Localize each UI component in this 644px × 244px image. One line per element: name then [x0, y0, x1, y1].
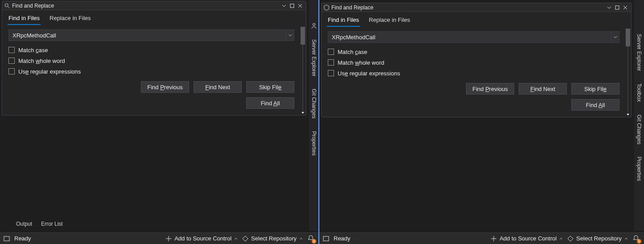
- status-bar: Ready Add to Source Control Select Repos…: [319, 232, 644, 244]
- sidebar-tab-toolbox[interactable]: Toolbox: [635, 81, 643, 104]
- add-to-source-control[interactable]: Add to Source Control: [491, 235, 563, 242]
- svg-rect-3: [4, 236, 9, 241]
- search-icon: [4, 3, 10, 9]
- right-sidebar: Server Explorer Git Changes Properties: [309, 0, 319, 231]
- checkbox[interactable]: [328, 49, 334, 55]
- sidebar-tab-properties[interactable]: Properties: [635, 154, 643, 184]
- svg-rect-5: [323, 236, 329, 241]
- find-next-button[interactable]: Find Next: [194, 81, 242, 93]
- live-share-icon[interactable]: [310, 22, 318, 29]
- panel-title: Find and Replace: [12, 3, 280, 9]
- notifications-icon[interactable]: 1: [307, 235, 315, 243]
- sidebar-tab-git-changes[interactable]: Git Changes: [310, 86, 318, 121]
- close-icon[interactable]: [621, 4, 629, 11]
- dropdown-icon[interactable]: [605, 4, 613, 11]
- whole-word-label: Match whole word: [18, 58, 65, 64]
- svg-point-0: [5, 4, 8, 7]
- panel-title: Find and Replace: [331, 4, 605, 11]
- find-all-button[interactable]: Find All: [246, 97, 294, 109]
- skip-file-button[interactable]: Skip File: [571, 83, 619, 95]
- whole-word-option[interactable]: Match whole word: [328, 57, 625, 68]
- find-all-button[interactable]: Find All: [571, 99, 619, 111]
- tab-replace-in-files[interactable]: Replace in Files: [49, 13, 92, 25]
- match-case-label: Match case: [338, 49, 367, 55]
- dropdown-icon[interactable]: [280, 2, 288, 9]
- whole-word-option[interactable]: Match whole word: [8, 55, 300, 66]
- maximize-icon[interactable]: [288, 2, 296, 9]
- search-term-combo[interactable]: [8, 29, 294, 41]
- select-repository[interactable]: Select Repository: [567, 235, 628, 242]
- svg-rect-4: [615, 6, 619, 9]
- editor-area: Find and Replace Find in Files Replace i…: [0, 0, 319, 244]
- checkbox[interactable]: [328, 59, 334, 66]
- find-next-button[interactable]: Find Next: [519, 83, 567, 95]
- tab-error-list[interactable]: Error List: [39, 220, 65, 228]
- chevron-down-icon[interactable]: [611, 32, 619, 42]
- tab-find-in-files[interactable]: Find in Files: [327, 15, 360, 27]
- select-repository[interactable]: Select Repository: [242, 235, 303, 242]
- panel-scrollbar[interactable]: [301, 27, 305, 113]
- tab-find-in-files[interactable]: Find in Files: [8, 13, 41, 25]
- window-icon[interactable]: [4, 236, 10, 242]
- sidebar-tab-server-explorer[interactable]: Server Explorer: [310, 37, 318, 79]
- find-replace-panel: Find and Replace Find in Files Replace i…: [321, 3, 632, 117]
- find-replace-panel: Find and Replace Find in Files Replace i…: [2, 1, 306, 116]
- regex-option[interactable]: Use regular expressions: [8, 66, 300, 77]
- add-to-source-control[interactable]: Add to Source Control: [165, 235, 238, 242]
- right-sidebar: Server Explorer Toolbox Git Changes Prop…: [634, 0, 644, 231]
- checkbox[interactable]: [8, 68, 15, 74]
- notif-badge: 1: [312, 239, 316, 244]
- search-input[interactable]: [9, 32, 286, 39]
- sidebar-tab-server-explorer[interactable]: Server Explorer: [635, 31, 643, 74]
- bottom-tabs: Output Error List: [12, 217, 66, 231]
- match-case-option[interactable]: Match case: [328, 46, 625, 57]
- svg-rect-1: [290, 4, 294, 8]
- tab-replace-in-files[interactable]: Replace in Files: [368, 15, 411, 27]
- notifications-icon[interactable]: 1: [632, 235, 640, 243]
- status-bar: Ready Add to Source Control Select Repos…: [0, 232, 319, 244]
- tab-output[interactable]: Output: [14, 220, 34, 228]
- search-input[interactable]: [328, 34, 611, 41]
- sidebar-tab-properties[interactable]: Properties: [310, 128, 318, 158]
- notif-badge: 1: [637, 239, 641, 244]
- find-previous-button[interactable]: Find Previous: [141, 81, 189, 93]
- find-previous-button[interactable]: Find Previous: [466, 83, 514, 95]
- status-ready: Ready: [14, 235, 31, 242]
- regex-label: Use regular expressions: [18, 68, 81, 75]
- editor-area: Find and Replace Find in Files Replace i…: [319, 0, 644, 244]
- chevron-down-icon[interactable]: [286, 30, 294, 41]
- status-ready: Ready: [334, 235, 351, 242]
- sidebar-tab-git-changes[interactable]: Git Changes: [635, 112, 643, 147]
- svg-point-2: [313, 24, 315, 26]
- match-case-option[interactable]: Match case: [8, 45, 300, 55]
- checkbox[interactable]: [8, 58, 15, 64]
- regex-option[interactable]: Use regular expressions: [328, 68, 625, 79]
- whole-word-label: Match whole word: [338, 59, 384, 66]
- checkbox[interactable]: [8, 47, 15, 53]
- checkbox[interactable]: [328, 70, 334, 76]
- close-icon[interactable]: [296, 2, 304, 9]
- search-term-combo[interactable]: [328, 31, 619, 43]
- match-case-label: Match case: [18, 47, 48, 54]
- window-icon[interactable]: [323, 236, 329, 242]
- maximize-icon[interactable]: [613, 4, 621, 11]
- skip-file-button[interactable]: Skip File: [246, 81, 294, 93]
- panel-scrollbar[interactable]: [626, 29, 630, 115]
- regex-label: Use regular expressions: [338, 70, 400, 77]
- vs-icon: [323, 4, 330, 11]
- split-handle[interactable]: [318, 0, 319, 244]
